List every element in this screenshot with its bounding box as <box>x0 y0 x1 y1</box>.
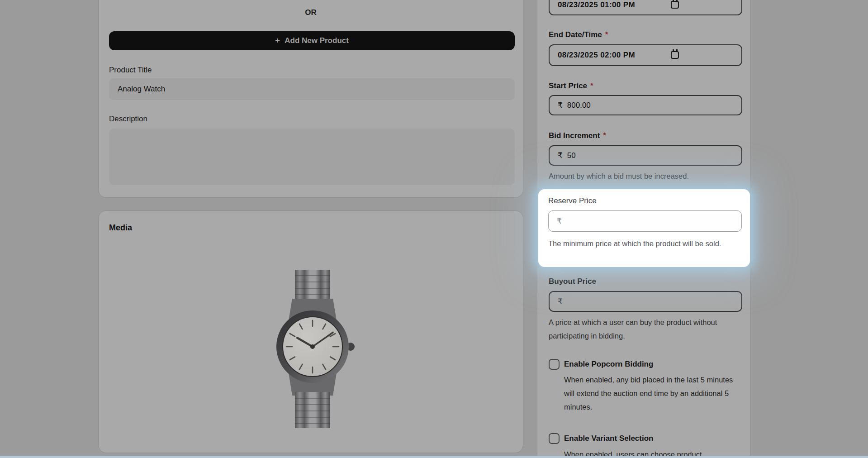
bid-increment-input[interactable]: ₹ 50 <box>549 145 742 166</box>
bid-increment-help: Amount by which a bid must be increased. <box>549 170 743 182</box>
add-new-product-button-label: Add New Product <box>285 36 349 45</box>
required-asterisk: * <box>603 131 606 140</box>
product-details-card: OR + Add New Product Product Title Analo… <box>98 0 523 198</box>
start-price-value: 800.00 <box>567 101 591 110</box>
reserve-price-input[interactable]: ₹ <box>548 210 742 232</box>
variant-selection-checkbox[interactable] <box>549 433 560 444</box>
end-datetime-label: End Date/Time* <box>549 29 608 40</box>
or-separator-label: OR <box>99 8 523 17</box>
calendar-icon[interactable] <box>671 51 679 59</box>
plus-icon: + <box>275 36 280 46</box>
buyout-price-input[interactable]: ₹ <box>549 291 742 312</box>
buyout-price-label: Buyout Price <box>549 276 596 287</box>
rupee-currency-symbol: ₹ <box>558 100 563 110</box>
buyout-price-help: A price at which a user can buy the prod… <box>549 315 726 343</box>
required-asterisk: * <box>590 81 593 90</box>
media-card: Media <box>98 210 523 453</box>
product-image-watch <box>270 270 356 428</box>
description-textarea[interactable] <box>109 129 515 185</box>
start-datetime-value: 08/23/2025 01:00 PM <box>558 0 635 10</box>
description-label: Description <box>109 114 147 124</box>
add-new-product-button[interactable]: + Add New Product <box>109 31 515 50</box>
bid-increment-label: Bid Increment* <box>549 130 606 141</box>
popcorn-bidding-checkbox[interactable] <box>549 359 560 370</box>
required-asterisk: * <box>605 30 608 39</box>
watch-illustration <box>270 270 356 428</box>
calendar-icon[interactable] <box>671 1 679 9</box>
page-bottom-edge <box>0 456 868 458</box>
reserve-price-label: Reserve Price <box>548 196 597 206</box>
rupee-currency-symbol: ₹ <box>558 297 563 306</box>
product-title-label: Product Title <box>109 65 152 76</box>
variant-selection-label[interactable]: Enable Variant Selection <box>564 433 653 444</box>
reserve-price-help: The minimum price at which the product w… <box>548 237 730 250</box>
start-price-input[interactable]: ₹ 800.00 <box>549 95 742 115</box>
end-datetime-value: 08/23/2025 02:00 PM <box>558 51 635 60</box>
start-price-label: Start Price* <box>549 81 593 91</box>
start-datetime-input[interactable]: 08/23/2025 01:00 PM <box>549 0 742 15</box>
end-datetime-input[interactable]: 08/23/2025 02:00 PM <box>549 44 742 66</box>
bid-increment-value: 50 <box>567 151 576 160</box>
popcorn-bidding-label[interactable]: Enable Popcorn Bidding <box>564 358 653 370</box>
rupee-currency-symbol: ₹ <box>558 151 563 160</box>
product-title-value: Analog Watch <box>118 85 165 94</box>
create-auction-page: OR + Add New Product Product Title Analo… <box>0 0 868 458</box>
product-title-input[interactable]: Analog Watch <box>109 78 515 100</box>
rupee-currency-symbol: ₹ <box>557 216 562 226</box>
reserve-price-spotlight: Reserve Price ₹ The minimum price at whi… <box>538 189 750 267</box>
popcorn-bidding-help: When enabled, any bid placed in the last… <box>564 373 734 414</box>
media-section-title: Media <box>109 223 132 233</box>
